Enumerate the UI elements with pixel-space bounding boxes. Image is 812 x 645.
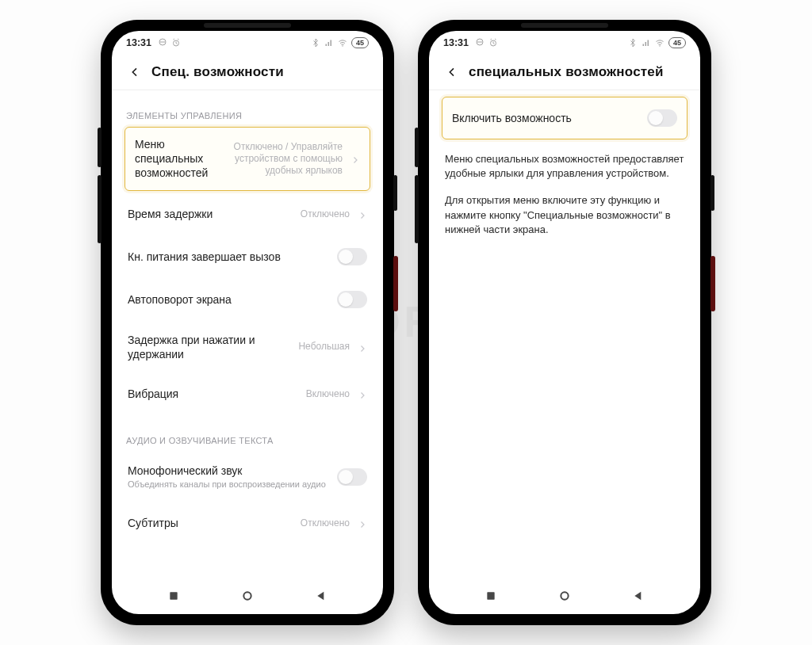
square-icon [485, 590, 497, 602]
status-icons-left [158, 38, 181, 48]
toggle-off[interactable] [647, 109, 677, 127]
dnd-icon [158, 38, 167, 48]
row-value: Отключено [301, 208, 350, 220]
clock: 13:31 [443, 37, 469, 48]
dnd-icon [475, 38, 485, 48]
svg-point-7 [561, 592, 568, 599]
status-bar: 13:31 45 [429, 31, 700, 55]
signal-icon [324, 38, 334, 48]
status-bar: 13:31 45 [112, 31, 383, 55]
wifi-icon [655, 38, 665, 48]
row-touch-hold-delay[interactable]: Задержка при нажатии и удержании Небольш… [124, 321, 370, 372]
row-autorotate[interactable]: Автоповорот экрана [124, 278, 370, 321]
volume-button [98, 128, 102, 167]
signal-icon [642, 38, 651, 48]
chevron-right-icon [358, 342, 367, 352]
toggle-off[interactable] [337, 291, 367, 308]
row-title: Вибрация [128, 387, 298, 401]
section-header: ЭЛЕМЕНТЫ УПРАВЛЕНИЯ [126, 111, 369, 120]
back-button[interactable] [123, 60, 147, 84]
earpiece [204, 23, 291, 28]
page-title: специальных возможностей [469, 64, 664, 80]
svg-point-1 [342, 45, 343, 46]
circle-icon [558, 590, 571, 602]
row-vibration[interactable]: Вибрация Включено [124, 372, 370, 415]
row-enable-feature[interactable]: Включить возможность [442, 97, 688, 139]
chevron-left-icon [128, 66, 141, 78]
android-nav [429, 578, 700, 614]
section-header: АУДИО И ОЗВУЧИВАНИЕ ТЕКСТА [126, 436, 369, 445]
bluetooth-icon [311, 38, 320, 48]
phone-left: 13:31 45 Спец. возможности [101, 20, 394, 625]
power-button [393, 256, 398, 311]
volume-button [98, 175, 102, 243]
status-icons-right: 45 [311, 37, 369, 48]
settings-list[interactable]: ЭЛЕМЕНТЫ УПРАВЛЕНИЯ Меню специальных воз… [112, 90, 383, 578]
toggle-off[interactable] [337, 468, 367, 486]
row-title: Субтитры [128, 516, 293, 530]
back-nav-button[interactable] [626, 584, 650, 608]
info-paragraph: Для открытия меню включите эту функцию и… [445, 193, 684, 237]
recents-button[interactable] [162, 584, 186, 608]
back-button[interactable] [440, 60, 464, 84]
row-value: Отключено [301, 517, 350, 529]
phone-right: 13:31 45 специальных возможностей [418, 20, 711, 625]
recents-button[interactable] [479, 584, 503, 608]
row-title: Монофонический звук [128, 464, 329, 478]
row-title: Время задержки [128, 207, 293, 221]
settings-body[interactable]: Включить возможность Меню специальных во… [429, 90, 700, 578]
alarm-icon [488, 38, 498, 48]
row-value: Небольшая [298, 341, 350, 353]
status-icons-right: 45 [628, 37, 686, 48]
triangle-left-icon [632, 590, 645, 602]
volume-button [415, 128, 419, 167]
app-header: Спец. возможности [112, 55, 383, 90]
row-title: Автоповорот экрана [128, 292, 329, 307]
svg-rect-6 [487, 592, 494, 599]
status-icons-left [475, 38, 498, 48]
battery-pill: 45 [351, 37, 369, 48]
back-nav-button[interactable] [309, 584, 333, 608]
info-paragraph: Меню специальных возможностей предоставл… [445, 152, 684, 181]
row-title: Кн. питания завершает вызов [128, 250, 329, 264]
chevron-right-icon [350, 154, 360, 163]
svg-point-3 [243, 592, 251, 599]
row-title: Меню специальных возможностей [135, 137, 216, 181]
row-title: Задержка при нажатии и удержании [128, 333, 290, 361]
row-value: Включено [306, 388, 350, 400]
side-button [393, 175, 397, 211]
volume-button [415, 175, 419, 243]
chevron-right-icon [358, 518, 367, 528]
page-title: Спец. возможности [151, 64, 284, 80]
earpiece [521, 23, 608, 28]
row-time-delay[interactable]: Время задержки Отключено [124, 193, 370, 235]
row-title: Включить возможность [452, 111, 639, 125]
stage: 13:31 45 Спец. возможности [0, 0, 812, 645]
alarm-icon [171, 38, 181, 48]
square-icon [167, 590, 180, 602]
row-power-ends-call[interactable]: Кн. питания завершает вызов [124, 235, 370, 278]
home-button[interactable] [236, 584, 259, 608]
chevron-left-icon [446, 66, 458, 78]
row-accessibility-menu[interactable]: Меню специальных возможностей Отключено … [124, 127, 370, 191]
toggle-off[interactable] [337, 248, 367, 265]
android-nav [112, 578, 383, 614]
chevron-right-icon [358, 389, 367, 399]
side-button [710, 175, 714, 211]
home-button[interactable] [553, 584, 576, 608]
clock: 13:31 [126, 37, 151, 48]
battery-pill: 45 [668, 37, 686, 48]
row-subtitles[interactable]: Субтитры Отключено [124, 502, 370, 544]
wifi-icon [338, 38, 347, 48]
chevron-right-icon [358, 209, 367, 219]
screen: 13:31 45 специальных возможностей [429, 31, 700, 614]
circle-icon [241, 590, 254, 602]
row-value: Отключено / Управляйте устройством с пом… [224, 141, 343, 177]
triangle-left-icon [315, 590, 327, 602]
screen: 13:31 45 Спец. возможности [112, 31, 383, 614]
bluetooth-icon [628, 38, 638, 48]
row-subtitle: Объединять каналы при воспроизведении ау… [128, 479, 329, 490]
svg-rect-2 [170, 592, 177, 599]
row-mono-audio[interactable]: Монофонический звук Объединять каналы пр… [124, 452, 370, 502]
power-button [710, 256, 715, 311]
